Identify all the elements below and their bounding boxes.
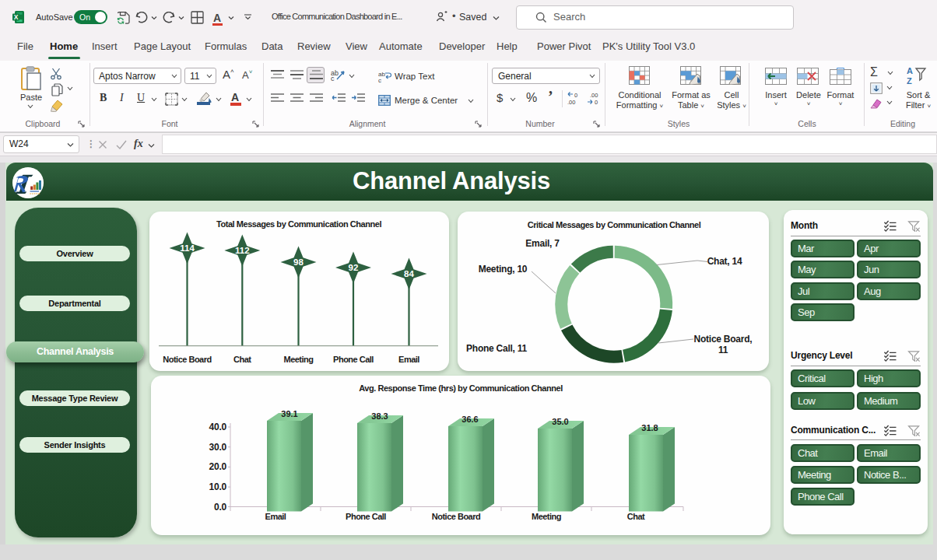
svg-text:Notice Board: Notice Board — [432, 512, 480, 521]
svg-text:c: c — [378, 77, 381, 83]
svg-text:39.1: 39.1 — [281, 409, 297, 418]
svg-text:20.0: 20.0 — [209, 461, 226, 472]
svg-text:0.0: 0.0 — [214, 502, 227, 513]
svg-text:11: 11 — [718, 345, 728, 355]
svg-text:Email, 7: Email, 7 — [525, 238, 560, 249]
svg-text:Phone Call: Phone Call — [333, 355, 374, 364]
svg-text:0: 0 — [574, 92, 577, 99]
svg-text:0: 0 — [595, 99, 598, 106]
svg-text:40.0: 40.0 — [209, 422, 226, 432]
svg-text:112: 112 — [235, 246, 250, 255]
svg-text:A: A — [907, 66, 913, 75]
svg-text:Avg. Response Time (hrs) by Co: Avg. Response Time (hrs) by Communicatio… — [359, 383, 563, 393]
svg-text:36.6: 36.6 — [461, 415, 478, 424]
svg-text:Chat: Chat — [627, 512, 645, 521]
svg-text:Z: Z — [907, 76, 912, 86]
svg-text:X: X — [14, 13, 19, 21]
svg-text:★★★★★: ★★★★★ — [30, 192, 40, 195]
svg-text:38.3: 38.3 — [371, 411, 388, 421]
svg-text:92: 92 — [349, 263, 359, 272]
svg-text:Phone Call, 11: Phone Call, 11 — [466, 343, 527, 354]
svg-text:c: c — [331, 75, 335, 81]
svg-text:Meeting, 10: Meeting, 10 — [479, 264, 528, 275]
svg-text:Notice Board,: Notice Board, — [694, 334, 753, 345]
svg-text:Phone Call: Phone Call — [346, 512, 386, 521]
svg-text:35.0: 35.0 — [552, 417, 568, 426]
svg-text:84: 84 — [404, 269, 414, 278]
svg-text:Notice Board: Notice Board — [163, 355, 211, 364]
svg-text:Email: Email — [398, 355, 419, 364]
svg-text:30.0: 30.0 — [209, 442, 226, 453]
svg-text:Meeting: Meeting — [532, 512, 561, 521]
svg-text:Chat: Chat — [233, 355, 251, 364]
svg-text:Total Messages by Communicatio: Total Messages by Communication Channel — [216, 219, 381, 229]
svg-text:114: 114 — [180, 243, 195, 253]
svg-text:10.0: 10.0 — [209, 481, 226, 492]
svg-text:.00: .00 — [590, 92, 598, 99]
svg-text:Email: Email — [265, 512, 286, 521]
svg-text:Critical Messages by Communica: Critical Messages by Communication Chann… — [528, 220, 701, 229]
svg-text:Chat, 14: Chat, 14 — [707, 256, 742, 267]
svg-text:98: 98 — [293, 257, 304, 267]
svg-text:31.8: 31.8 — [641, 423, 658, 432]
svg-text:Meeting: Meeting — [283, 355, 313, 364]
svg-text:.00: .00 — [567, 99, 575, 106]
